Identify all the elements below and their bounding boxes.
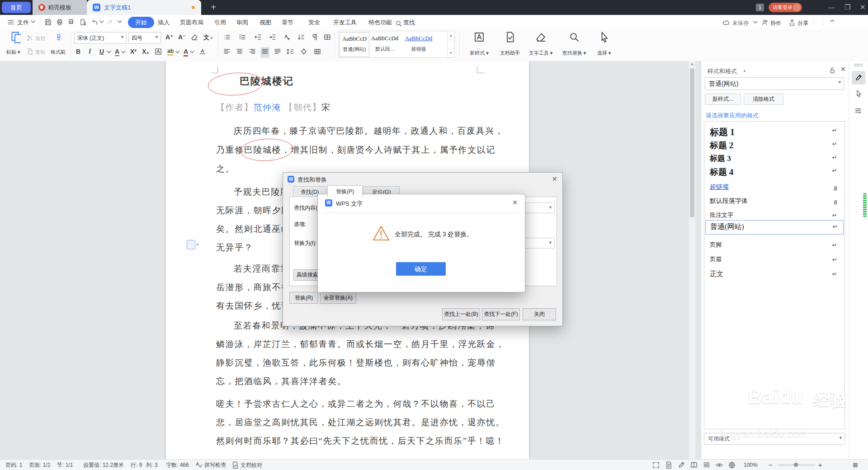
proofread-label[interactable]: 文档校对 (241, 460, 262, 470)
show-format-combo[interactable]: 可用格式▼ (704, 433, 845, 445)
superscript-button[interactable]: X² (130, 48, 137, 55)
style-item-页脚[interactable]: 页脚↵ (705, 241, 843, 252)
align-distribute-icon[interactable] (274, 48, 281, 57)
find-results-scroll-thumb[interactable] (863, 193, 867, 217)
collapse-ribbon-icon[interactable] (830, 19, 837, 28)
ink-icon[interactable] (678, 461, 685, 470)
minimize-button[interactable]: — (828, 3, 835, 12)
char-shading-icon[interactable] (199, 48, 206, 57)
zoom-slider-knob[interactable] (794, 463, 798, 467)
tab-document[interactable]: W 文字文稿1 (87, 0, 201, 15)
style-gallery-item-默认段...[interactable]: AaBbCcDd默认段... (369, 32, 400, 56)
zoom-level[interactable]: 100% (744, 460, 758, 470)
tool-文档助手[interactable]: 文档助手 (496, 32, 524, 58)
web-layout-icon[interactable] (703, 461, 710, 470)
share-button[interactable]: 分享 (797, 19, 808, 27)
tool-选择[interactable]: 选择 ▾ (590, 32, 618, 58)
edit-pen-tool[interactable] (852, 71, 865, 85)
undo-icon[interactable] (91, 19, 99, 28)
style-item-普通(网站)[interactable]: 普通(网站)↵ (705, 220, 844, 235)
tool-新样式[interactable]: 新样式 ▾ (466, 32, 493, 58)
dialog-close-icon[interactable]: ✕ (552, 175, 557, 183)
fullscreen-icon[interactable] (652, 461, 660, 470)
menu-开发工具[interactable]: 开发工具 (333, 17, 357, 28)
ok-button[interactable]: 确定 (396, 262, 446, 276)
format-painter-button[interactable]: 格式刷 (51, 49, 66, 56)
line-spacing-icon[interactable] (287, 48, 294, 57)
tool-查找替换[interactable]: 查找替换 ▾ (561, 32, 588, 58)
undo-chevron-icon[interactable] (99, 20, 107, 29)
style-item-正文[interactable]: 正文↵ (705, 270, 843, 281)
align-right-icon[interactable] (249, 48, 256, 57)
menu-安全[interactable]: 安全 (308, 17, 320, 28)
select-cursor-icon[interactable] (855, 90, 862, 99)
app-launcher-icon[interactable] (852, 461, 859, 470)
style-item-标题 2[interactable]: 标题 2↵ (705, 140, 843, 150)
gallery-scroll-handle[interactable] (448, 40, 454, 49)
align-left-icon[interactable] (223, 48, 231, 57)
restore-button[interactable]: ❐ (844, 3, 850, 12)
pinyin-icon[interactable]: 文 ▾ (203, 33, 212, 42)
read-mode-icon[interactable] (690, 461, 698, 470)
print-icon[interactable] (56, 19, 63, 28)
scrollbar-thumb[interactable] (690, 68, 694, 217)
menu-插入[interactable]: 插入 (158, 17, 170, 28)
save-status[interactable]: 未保存 (732, 19, 749, 27)
replace-button[interactable]: 替换(R) (289, 292, 318, 304)
style-item-标题 4[interactable]: 标题 4↵ (705, 166, 843, 177)
close-button[interactable]: ✕ (860, 3, 866, 12)
gallery-scroll-down-icon[interactable]: ▼ (448, 49, 454, 57)
tab-docer-templates[interactable]: 稻壳模板 (33, 0, 87, 15)
save-icon[interactable] (44, 19, 52, 28)
current-style-combo[interactable]: 普通(网站)▼ (705, 77, 844, 90)
paragraph-mark-icon[interactable] (311, 33, 318, 42)
style-gallery-item-超链接[interactable]: AaBbCcDd超链接 (401, 32, 436, 56)
bullet-list-icon[interactable] (223, 33, 231, 42)
alert-close-icon[interactable]: ✕ (512, 199, 518, 206)
tool-文字工具[interactable]: 文字工具 ▾ (527, 32, 554, 58)
zoom-in-button[interactable]: + (818, 460, 822, 470)
collaborate-button[interactable]: 协作 (770, 19, 781, 27)
borders-icon[interactable] (324, 33, 331, 42)
file-chevron-down-icon[interactable] (31, 20, 38, 29)
menu-视图[interactable]: 视图 (259, 17, 271, 28)
menu-审阅[interactable]: 审阅 (236, 17, 248, 28)
font-color-chevron-icon[interactable] (190, 51, 197, 60)
align-center-icon[interactable] (236, 48, 243, 57)
settings-sliders-icon[interactable] (854, 107, 862, 116)
author-link[interactable]: 范仲淹 (253, 103, 281, 112)
decrease-font-icon[interactable]: A⁻ (178, 33, 186, 41)
panel-title-chevron-icon[interactable]: ▼ (743, 69, 746, 73)
menu-开始[interactable]: 开始 (128, 17, 154, 28)
gallery-scroll-up-icon[interactable]: ▲ (448, 31, 454, 40)
preview-icon[interactable] (80, 19, 87, 28)
tab-home[interactable]: 首页 (2, 2, 31, 13)
italic-button[interactable]: I (89, 48, 91, 55)
style-item-超链接[interactable]: 超链接a (705, 183, 843, 194)
tab-replace[interactable]: 替换(P) (327, 185, 363, 198)
spell-check-icon[interactable] (195, 461, 203, 470)
pin-panel-icon[interactable] (829, 66, 836, 75)
subscript-button[interactable]: X₂ (142, 48, 149, 55)
increase-font-icon[interactable]: A⁺ (165, 33, 174, 41)
eye-protect-icon[interactable] (716, 461, 723, 470)
menu-特色功能[interactable]: 特色功能 (368, 17, 392, 28)
window-count-badge[interactable]: 1 (756, 4, 764, 11)
style-item-默认段落字体[interactable]: 默认段落字体a (705, 197, 843, 208)
menu-章节[interactable]: 章节 (282, 17, 293, 28)
guest-login-button[interactable]: 访客登录 (769, 3, 802, 12)
menu-search[interactable]: 查找 (403, 17, 415, 28)
underline-button[interactable]: U (99, 48, 104, 55)
format-painter-icon[interactable] (55, 33, 62, 42)
char-border-icon[interactable] (155, 48, 162, 57)
cloud-sync-icon[interactable] (722, 19, 730, 28)
hamburger-icon[interactable] (7, 19, 14, 28)
numbered-list-icon[interactable] (239, 33, 246, 42)
margin-page-icon[interactable] (187, 240, 195, 249)
align-justify-icon[interactable] (260, 47, 269, 58)
table-borders-icon[interactable] (314, 48, 321, 57)
font-color-button[interactable]: A (184, 48, 188, 56)
paste-icon[interactable] (9, 32, 21, 45)
paste-button[interactable]: 粘贴 ▾ (6, 49, 20, 56)
zoom-out-button[interactable]: − (769, 460, 773, 470)
